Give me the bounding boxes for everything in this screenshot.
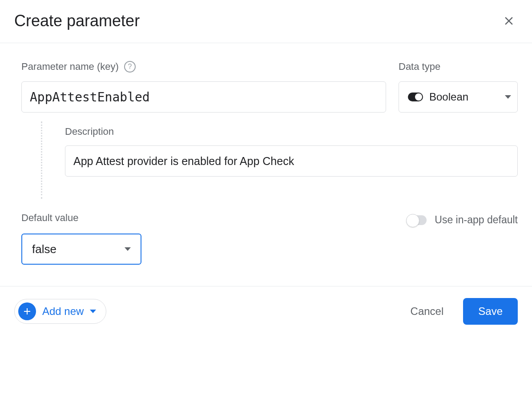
description-label: Description: [65, 126, 518, 137]
default-value-field: Default value false: [21, 212, 141, 265]
parameter-name-input[interactable]: [21, 81, 386, 113]
add-new-button[interactable]: Add new: [14, 299, 106, 324]
in-app-default-field: Use in-app default: [407, 214, 518, 226]
default-value-label: Default value: [21, 212, 141, 224]
close-button[interactable]: [500, 12, 518, 30]
in-app-default-label: Use in-app default: [435, 214, 518, 226]
data-type-selected: Boolean: [429, 91, 499, 103]
chevron-down-icon: [125, 247, 131, 251]
description-content: Description: [61, 121, 518, 199]
default-value-selected: false: [32, 242, 56, 256]
help-icon[interactable]: ?: [124, 61, 136, 73]
tree-rail: [41, 121, 61, 199]
parameter-name-field: Parameter name (key) ?: [21, 61, 386, 113]
default-value-select[interactable]: false: [21, 234, 141, 265]
footer-actions: Cancel Save: [406, 298, 518, 325]
dialog-header: Create parameter: [0, 0, 532, 43]
chevron-down-icon: [90, 310, 96, 313]
add-new-label: Add new: [42, 305, 84, 318]
chevron-down-icon: [505, 95, 511, 99]
cancel-button[interactable]: Cancel: [406, 302, 448, 321]
close-icon: [502, 14, 516, 28]
dialog-title: Create parameter: [14, 12, 140, 30]
parameter-name-label: Parameter name (key) ?: [21, 61, 386, 73]
description-area: Description: [21, 121, 518, 199]
boolean-icon: [408, 93, 423, 101]
parameter-top-row: Parameter name (key) ? Data type Boolean: [21, 61, 518, 113]
dialog-body: Parameter name (key) ? Data type Boolean…: [0, 43, 532, 286]
dialog-footer: Add new Cancel Save: [0, 286, 532, 339]
plus-icon: [18, 302, 36, 320]
data-type-select[interactable]: Boolean: [399, 81, 518, 113]
default-value-row: Default value false Use in-app default: [21, 212, 518, 265]
in-app-default-toggle[interactable]: [407, 215, 427, 225]
description-input[interactable]: [65, 145, 518, 177]
parameter-name-label-text: Parameter name (key): [21, 61, 119, 73]
data-type-field: Data type Boolean: [399, 61, 518, 113]
save-button[interactable]: Save: [463, 298, 518, 325]
data-type-label: Data type: [399, 61, 518, 73]
